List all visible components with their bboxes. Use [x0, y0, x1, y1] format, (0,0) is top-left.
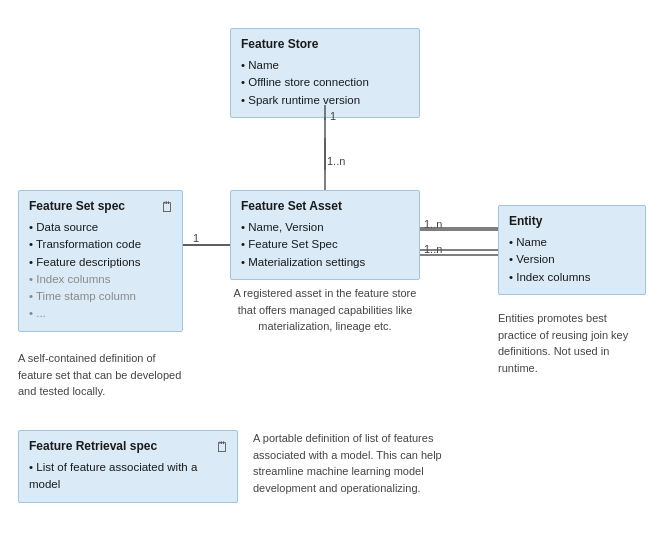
spec-item-2: Transformation code	[29, 236, 156, 253]
feature-set-asset-list: Name, Version Feature Set Spec Materiali…	[241, 219, 409, 271]
feature-set-asset-desc: A registered asset in the feature store …	[230, 285, 420, 335]
feature-set-spec-desc: A self-contained definition of feature s…	[18, 350, 183, 400]
label-1n-right1: 1..n	[424, 218, 442, 230]
entity-list: Name Version Index columns	[509, 234, 635, 286]
feature-set-spec-list: Data source Transformation code Feature …	[29, 219, 156, 323]
label-1n-top: 1..n	[327, 155, 345, 167]
feature-store-item-2: Offline store connection	[241, 74, 409, 91]
entity-desc: Entities promotes best practice of reusi…	[498, 310, 646, 376]
label-1n-right2: 1..n	[424, 243, 442, 255]
feature-store-list: Name Offline store connection Spark runt…	[241, 57, 409, 109]
retrieval-icon: 🗒	[215, 439, 229, 455]
entity-item-3: Index columns	[509, 269, 635, 286]
spec-item-4: Index columns	[29, 271, 156, 288]
entity-item-1: Name	[509, 234, 635, 251]
asset-item-3: Materialization settings	[241, 254, 409, 271]
entity-title: Entity	[509, 214, 635, 228]
asset-item-1: Name, Version	[241, 219, 409, 236]
feature-store-title: Feature Store	[241, 37, 409, 51]
feature-store-item-1: Name	[241, 57, 409, 74]
diagram: Feature Store Name Offline store connect…	[0, 0, 659, 535]
feature-retrieval-spec-box: 🗒 Feature Retrieval spec List of feature…	[18, 430, 238, 503]
spec-item-3: Feature descriptions	[29, 254, 156, 271]
label-1-top: 1	[330, 110, 336, 122]
feature-store-item-3: Spark runtime version	[241, 92, 409, 109]
feature-set-spec-title: Feature Set spec	[29, 199, 156, 213]
entity-item-2: Version	[509, 251, 635, 268]
feature-set-asset-box: Feature Set Asset Name, Version Feature …	[230, 190, 420, 280]
feature-retrieval-spec-list: List of feature associated with a model	[29, 459, 211, 494]
feature-retrieval-spec-title: Feature Retrieval spec	[29, 439, 211, 453]
spec-item-1: Data source	[29, 219, 156, 236]
feature-set-spec-box: 🗒 Feature Set spec Data source Transform…	[18, 190, 183, 332]
spec-item-6: ...	[29, 305, 156, 322]
feature-set-asset-title: Feature Set Asset	[241, 199, 409, 213]
feature-store-box: Feature Store Name Offline store connect…	[230, 28, 420, 118]
label-1-left: 1	[193, 232, 199, 244]
feature-retrieval-spec-desc: A portable definition of list of feature…	[253, 430, 453, 496]
entity-box: Entity Name Version Index columns	[498, 205, 646, 295]
spec-item-5: Time stamp column	[29, 288, 156, 305]
retrieval-item-1: List of feature associated with a model	[29, 459, 211, 494]
spec-icon: 🗒	[160, 199, 174, 215]
asset-item-2: Feature Set Spec	[241, 236, 409, 253]
